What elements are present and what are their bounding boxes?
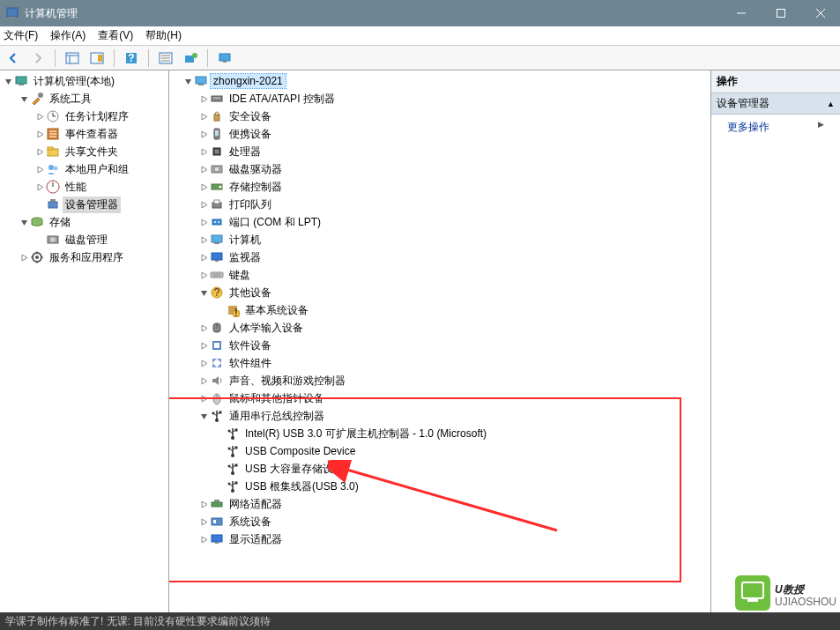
close-button[interactable] bbox=[800, 0, 840, 26]
device-tree-pane[interactable]: zhongxin-2021IDE ATA/ATAPI 控制器安全设备便携设备处理… bbox=[169, 70, 710, 612]
chevron-up-icon[interactable]: ▲ bbox=[827, 100, 835, 108]
tree-item[interactable]: USB 根集线器(USB 3.0) bbox=[169, 478, 710, 495]
chevron-down-icon[interactable] bbox=[18, 216, 30, 228]
menu-file[interactable]: 文件(F) bbox=[4, 28, 38, 43]
scan-hardware-button[interactable] bbox=[181, 48, 200, 68]
tree-item[interactable]: 系统工具 bbox=[0, 90, 168, 107]
maximize-button[interactable] bbox=[761, 0, 800, 26]
tree-item[interactable]: USB Composite Device bbox=[169, 442, 710, 460]
forward-button[interactable] bbox=[28, 48, 48, 68]
chevron-down-icon[interactable] bbox=[2, 75, 14, 87]
chevron-down-icon[interactable] bbox=[18, 93, 30, 105]
tree-item[interactable]: 鼠标和其他指针设备 bbox=[169, 389, 710, 407]
spacer bbox=[33, 198, 46, 211]
tree-item[interactable]: 存储 bbox=[0, 213, 168, 231]
chevron-right-icon[interactable] bbox=[33, 145, 46, 158]
menu-action[interactable]: 操作(A) bbox=[50, 28, 85, 43]
menu-view[interactable]: 查看(V) bbox=[98, 28, 133, 43]
chevron-right-icon[interactable] bbox=[197, 145, 210, 158]
tree-item[interactable]: 监视器 bbox=[169, 248, 710, 266]
tree-item[interactable]: 安全设备 bbox=[169, 107, 710, 125]
tree-item[interactable]: 任务计划程序 bbox=[0, 107, 168, 125]
tree-item[interactable]: 本地用户和组 bbox=[0, 160, 168, 178]
tree-item[interactable]: zhongxin-2021 bbox=[169, 72, 710, 90]
more-actions-link[interactable]: 更多操作 ▶ bbox=[711, 115, 840, 140]
left-tree-pane[interactable]: 计算机管理(本地)系统工具任务计划程序事件查看器共享文件夹本地用户和组性能设备管… bbox=[0, 70, 169, 612]
tree-item[interactable]: 系统设备 bbox=[169, 513, 710, 530]
chevron-down-icon[interactable] bbox=[182, 75, 194, 87]
tree-item[interactable]: 存储控制器 bbox=[169, 178, 710, 196]
tree-item[interactable]: 设备管理器 bbox=[0, 196, 168, 213]
svg-point-61 bbox=[218, 221, 219, 223]
chevron-right-icon[interactable] bbox=[197, 498, 210, 510]
chevron-down-icon[interactable] bbox=[197, 410, 210, 422]
chevron-right-icon[interactable] bbox=[197, 269, 210, 281]
disk-mgmt-icon bbox=[46, 233, 60, 247]
chevron-right-icon[interactable] bbox=[197, 322, 210, 334]
minimize-button[interactable] bbox=[721, 0, 761, 26]
chevron-right-icon[interactable] bbox=[33, 128, 46, 140]
chevron-right-icon[interactable] bbox=[33, 110, 46, 122]
chevron-right-icon[interactable] bbox=[197, 110, 210, 122]
chevron-right-icon[interactable] bbox=[197, 93, 210, 105]
chevron-right-icon[interactable] bbox=[197, 181, 210, 193]
tree-item[interactable]: !基本系统设备 bbox=[169, 301, 710, 319]
users-groups-icon bbox=[46, 162, 60, 176]
chevron-right-icon[interactable] bbox=[197, 339, 210, 352]
chevron-right-icon[interactable] bbox=[197, 357, 210, 369]
tree-item[interactable]: 事件查看器 bbox=[0, 125, 168, 143]
chevron-right-icon[interactable] bbox=[33, 163, 46, 175]
chevron-right-icon[interactable] bbox=[18, 251, 30, 263]
tree-item[interactable]: 共享文件夹 bbox=[0, 143, 168, 160]
tree-item[interactable]: 性能 bbox=[0, 178, 168, 196]
tree-item[interactable]: 计算机 bbox=[169, 231, 710, 248]
tree-item[interactable]: 通用串行总线控制器 bbox=[169, 407, 710, 425]
chevron-right-icon[interactable] bbox=[33, 181, 46, 193]
svg-rect-58 bbox=[214, 200, 219, 204]
chevron-right-icon[interactable] bbox=[197, 392, 210, 404]
tree-item[interactable]: 键盘 bbox=[169, 266, 710, 284]
tree-item[interactable]: 端口 (COM 和 LPT) bbox=[169, 213, 710, 231]
tree-item[interactable]: USB 大容量存储设备 bbox=[169, 460, 710, 478]
tree-item[interactable]: 网络适配器 bbox=[169, 495, 710, 513]
tree-item[interactable]: 便携设备 bbox=[169, 125, 710, 143]
chevron-right-icon[interactable] bbox=[197, 233, 210, 246]
chevron-right-icon[interactable] bbox=[197, 128, 210, 140]
svg-point-23 bbox=[38, 93, 43, 98]
tree-item-label: 安全设备 bbox=[227, 108, 274, 125]
show-hide-button[interactable] bbox=[63, 48, 82, 68]
network-icon bbox=[210, 497, 224, 511]
tree-item[interactable]: 软件组件 bbox=[169, 354, 710, 372]
help-button[interactable]: ? bbox=[122, 48, 141, 68]
tree-item-label: 共享文件夹 bbox=[63, 144, 121, 160]
tree-item[interactable]: 显示适配器 bbox=[169, 530, 710, 548]
svg-point-97 bbox=[228, 448, 231, 450]
back-button[interactable] bbox=[4, 48, 23, 68]
tree-item[interactable]: ?其他设备 bbox=[169, 284, 710, 301]
tree-item[interactable]: Intel(R) USB 3.0 可扩展主机控制器 - 1.0 (Microso… bbox=[169, 425, 710, 442]
view-devices-button[interactable] bbox=[156, 48, 175, 68]
chevron-right-icon[interactable] bbox=[197, 163, 210, 175]
chevron-down-icon[interactable] bbox=[197, 286, 210, 299]
chevron-right-icon[interactable] bbox=[197, 198, 210, 211]
chevron-right-icon[interactable] bbox=[197, 216, 210, 228]
tree-item[interactable]: 计算机管理(本地) bbox=[0, 72, 168, 90]
chevron-right-icon[interactable] bbox=[197, 251, 210, 263]
unknown-icon: ! bbox=[226, 303, 240, 317]
menu-help[interactable]: 帮助(H) bbox=[145, 28, 182, 43]
chevron-right-icon[interactable] bbox=[197, 515, 210, 528]
tree-item[interactable]: 打印队列 bbox=[169, 196, 710, 213]
properties-button[interactable] bbox=[87, 48, 107, 68]
services-icon bbox=[30, 250, 44, 264]
tree-item[interactable]: 软件设备 bbox=[169, 337, 710, 354]
tree-item[interactable]: 人体学输入设备 bbox=[169, 319, 710, 337]
tree-item[interactable]: 磁盘管理 bbox=[0, 231, 168, 248]
tree-item[interactable]: 声音、视频和游戏控制器 bbox=[169, 372, 710, 389]
tree-item[interactable]: 磁盘驱动器 bbox=[169, 160, 710, 178]
tree-item[interactable]: IDE ATA/ATAPI 控制器 bbox=[169, 90, 710, 107]
tree-item[interactable]: 处理器 bbox=[169, 143, 710, 160]
monitor-icon-button[interactable] bbox=[215, 48, 234, 68]
tree-item[interactable]: 服务和应用程序 bbox=[0, 248, 168, 266]
chevron-right-icon[interactable] bbox=[197, 533, 210, 545]
chevron-right-icon[interactable] bbox=[197, 374, 210, 387]
